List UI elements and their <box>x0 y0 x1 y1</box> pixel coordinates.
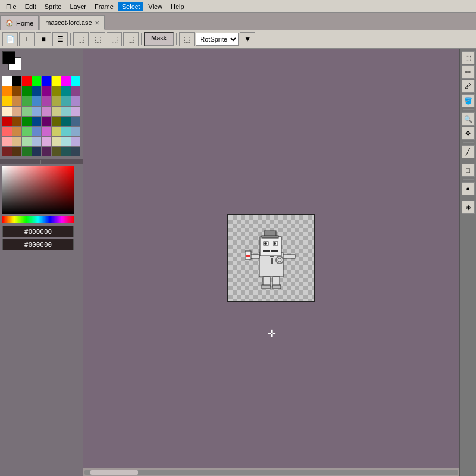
palette-color-56[interactable] <box>2 147 12 156</box>
palette-color-55[interactable] <box>71 137 81 146</box>
tool-transform[interactable]: ⬚ <box>123 32 139 46</box>
palette-color-24[interactable] <box>2 107 12 116</box>
palette-color-38[interactable] <box>61 117 71 126</box>
menu-frame[interactable]: Frame <box>91 2 117 11</box>
palette-color-6[interactable] <box>61 76 71 86</box>
rtool-select-rect[interactable]: ⬚ <box>462 51 475 64</box>
palette-color-33[interactable] <box>12 117 22 126</box>
rtool-zoom[interactable]: 🔍 <box>462 112 475 126</box>
palette-color-20[interactable] <box>42 96 51 106</box>
menu-sprite[interactable]: Sprite <box>41 2 65 11</box>
palette-color-1[interactable] <box>12 76 22 86</box>
palette-color-3[interactable] <box>32 76 42 86</box>
palette-color-27[interactable] <box>32 107 42 116</box>
palette-color-50[interactable] <box>22 137 32 146</box>
palette-color-4[interactable] <box>42 76 51 86</box>
palette-color-26[interactable] <box>22 107 32 116</box>
tab-close-icon[interactable]: ✕ <box>95 20 99 26</box>
palette-color-12[interactable] <box>42 86 51 96</box>
palette-color-43[interactable] <box>32 127 42 136</box>
hex-input-primary[interactable] <box>2 226 74 237</box>
palette-color-25[interactable] <box>12 107 22 116</box>
palette-color-61[interactable] <box>52 147 61 156</box>
palette-color-49[interactable] <box>12 137 22 146</box>
palette-color-7[interactable] <box>71 76 81 86</box>
palette-color-11[interactable] <box>32 86 42 96</box>
palette-color-51[interactable] <box>32 137 42 146</box>
palette-color-62[interactable] <box>61 147 71 156</box>
palette-color-23[interactable] <box>71 96 81 106</box>
palette-color-10[interactable] <box>22 86 32 96</box>
hue-bar[interactable] <box>2 216 74 223</box>
palette-color-44[interactable] <box>42 127 51 136</box>
palette-color-5[interactable] <box>52 76 61 86</box>
palette-color-28[interactable] <box>42 107 51 116</box>
color-gradient[interactable] <box>2 166 74 214</box>
palette-color-60[interactable] <box>42 147 51 156</box>
palette-color-9[interactable] <box>12 86 22 96</box>
palette-color-41[interactable] <box>12 127 22 136</box>
tool-save[interactable]: ■ <box>36 32 51 46</box>
menu-file[interactable]: File <box>2 2 20 11</box>
menu-help[interactable]: Help <box>167 2 188 11</box>
palette-color-45[interactable] <box>52 127 61 136</box>
palette-color-13[interactable] <box>52 86 61 96</box>
rtool-pen[interactable]: ✏ <box>462 65 475 79</box>
tool-wand[interactable]: ⬚ <box>107 32 122 46</box>
palette-color-54[interactable] <box>61 137 71 146</box>
palette-color-19[interactable] <box>32 96 42 106</box>
palette-color-8[interactable] <box>2 86 12 96</box>
palette-color-37[interactable] <box>52 117 61 126</box>
palette-color-63[interactable] <box>71 147 81 156</box>
scrollbar-thumb[interactable] <box>90 470 138 475</box>
palette-color-46[interactable] <box>61 127 71 136</box>
tool-options[interactable]: ☰ <box>52 32 68 46</box>
palette-color-22[interactable] <box>61 96 71 106</box>
rtool-circle[interactable]: ● <box>462 182 475 195</box>
palette-color-58[interactable] <box>22 147 32 156</box>
palette-color-59[interactable] <box>32 147 42 156</box>
palette-color-0[interactable] <box>2 76 12 86</box>
palette-color-52[interactable] <box>42 137 51 146</box>
palette-color-57[interactable] <box>12 147 22 156</box>
palette-color-36[interactable] <box>42 117 51 126</box>
rtool-move[interactable]: ✥ <box>462 127 475 140</box>
palette-color-14[interactable] <box>61 86 71 96</box>
mask-button[interactable]: Mask <box>144 32 174 46</box>
rotsprite-select[interactable]: RotSprite <box>196 33 239 46</box>
palette-color-15[interactable] <box>71 86 81 96</box>
palette-color-35[interactable] <box>32 117 42 126</box>
menu-edit[interactable]: Edit <box>21 2 40 11</box>
palette-color-21[interactable] <box>52 96 61 106</box>
tab-mascot[interactable]: mascot-lord.ase ✕ <box>40 15 104 30</box>
palette-color-16[interactable] <box>2 96 12 106</box>
menu-select[interactable]: Select <box>118 2 144 11</box>
palette-color-34[interactable] <box>22 117 32 126</box>
canvas-container[interactable]: ✛ <box>83 49 459 468</box>
palette-color-29[interactable] <box>52 107 61 116</box>
tool-new[interactable]: 📄 <box>2 32 18 46</box>
palette-color-2[interactable] <box>22 76 32 86</box>
tool-marquee[interactable]: ⬚ <box>73 32 89 46</box>
menu-view[interactable]: View <box>145 2 166 11</box>
horizontal-scrollbar[interactable] <box>83 468 459 476</box>
tab-home[interactable]: 🏠 Home <box>0 15 39 30</box>
hex-input-secondary[interactable] <box>2 239 74 250</box>
palette-color-31[interactable] <box>71 107 81 116</box>
rtool-rect-shape[interactable]: □ <box>462 164 475 177</box>
palette-color-17[interactable] <box>12 96 22 106</box>
palette-color-18[interactable] <box>22 96 32 106</box>
rtool-fill[interactable]: 🪣 <box>462 94 475 107</box>
rtool-contour[interactable]: ◈ <box>462 201 475 214</box>
rtool-line[interactable]: ╱ <box>462 145 475 158</box>
palette-color-42[interactable] <box>22 127 32 136</box>
palette-color-48[interactable] <box>2 137 12 146</box>
palette-color-40[interactable] <box>2 127 12 136</box>
palette-color-39[interactable] <box>71 117 81 126</box>
palette-color-53[interactable] <box>52 137 61 146</box>
tool-checker[interactable]: ⬚ <box>179 32 195 46</box>
tool-open[interactable]: + <box>19 32 35 46</box>
palette-color-30[interactable] <box>61 107 71 116</box>
tool-lasso[interactable]: ⬚ <box>90 32 105 46</box>
palette-color-32[interactable] <box>2 117 12 126</box>
